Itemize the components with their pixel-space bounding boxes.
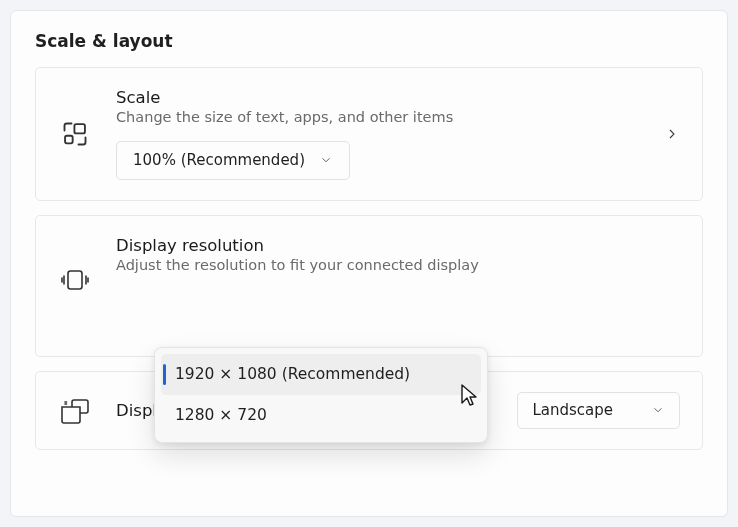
- chevron-down-icon: [651, 403, 665, 417]
- svg-rect-0: [74, 124, 85, 133]
- orientation-dropdown[interactable]: Landscape: [517, 392, 680, 429]
- resolution-desc: Adjust the resolution to fit your connec…: [116, 257, 680, 273]
- resolution-card[interactable]: Display resolution Adjust the resolution…: [35, 215, 703, 357]
- resolution-option-label: 1280 × 720: [175, 406, 267, 424]
- resolution-icon: [58, 268, 92, 292]
- scale-card[interactable]: Scale Change the size of text, apps, and…: [35, 67, 703, 201]
- scale-desc: Change the size of text, apps, and other…: [116, 109, 680, 125]
- scale-title: Scale: [116, 88, 680, 107]
- svg-rect-2: [68, 271, 82, 289]
- resolution-dropdown-flyout: 1920 × 1080 (Recommended) 1280 × 720: [154, 347, 488, 443]
- resolution-option-label: 1920 × 1080 (Recommended): [175, 365, 410, 383]
- resolution-option-2[interactable]: 1280 × 720: [161, 395, 481, 436]
- section-title: Scale & layout: [35, 31, 703, 51]
- resolution-title: Display resolution: [116, 236, 680, 255]
- orientation-icon: [58, 398, 92, 424]
- chevron-down-icon: [319, 153, 333, 167]
- chevron-right-icon[interactable]: [664, 126, 680, 142]
- settings-panel: Scale & layout Scale Change the size of …: [10, 10, 728, 517]
- scale-dropdown-value: 100% (Recommended): [133, 151, 305, 169]
- scale-dropdown[interactable]: 100% (Recommended): [116, 141, 350, 180]
- svg-rect-1: [65, 136, 73, 144]
- orientation-dropdown-value: Landscape: [532, 401, 613, 419]
- resolution-option-1[interactable]: 1920 × 1080 (Recommended): [161, 354, 481, 395]
- selection-indicator: [163, 364, 166, 385]
- scale-icon: [58, 120, 92, 148]
